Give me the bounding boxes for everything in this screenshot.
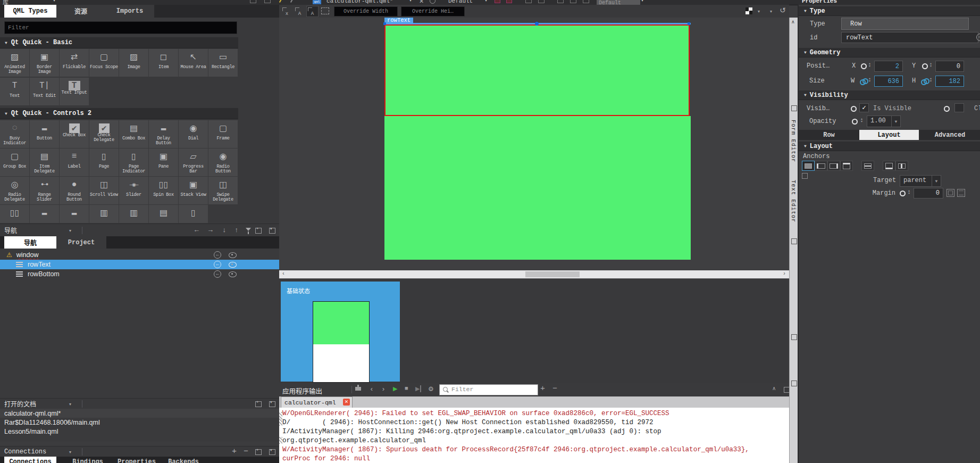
export-alias-icon[interactable]: ← (214, 251, 221, 259)
tab-resources[interactable]: 资源 (56, 5, 105, 18)
anchor-bottom-button[interactable] (883, 161, 895, 171)
tab-project[interactable]: Project (56, 236, 106, 249)
library-item-tile[interactable]: ✔ Check Delegate (89, 120, 119, 148)
section-header-geometry[interactable]: ▼ Geometry (799, 48, 980, 57)
section-header-visibility[interactable]: ▼ Visibility (799, 90, 980, 100)
output-tab-calculator-qml[interactable]: calculator-qml ✕ (281, 396, 353, 408)
text-editor-tab[interactable]: Text Editor (790, 180, 797, 222)
prev-output-icon[interactable]: ‹ (370, 385, 374, 393)
library-item-tile[interactable]: ◻ Item (149, 49, 179, 77)
library-item-tile[interactable]: ▯ Page Indicator (119, 148, 149, 177)
opacity-action-indicator-icon[interactable] (852, 119, 858, 125)
panel-options-icon[interactable]: ▾ (269, 401, 275, 407)
library-item-tile[interactable]: ●─● Range Slider (30, 177, 60, 205)
tab-navigator[interactable]: 导航 (4, 236, 56, 249)
split-add-icon[interactable]: + (255, 449, 262, 455)
state-combo-caret-icon[interactable]: ▾ (485, 0, 487, 3)
library-item-tile[interactable]: ◉ Radio Button (208, 148, 238, 177)
open-document-item[interactable]: calculator-qml.qml* (0, 409, 279, 418)
edit-tool-icon[interactable] (279, 0, 282, 3)
clear-output-icon[interactable] (355, 387, 361, 391)
move-down-icon[interactable]: ↓ (222, 226, 227, 234)
margin-action-indicator-icon[interactable] (900, 191, 906, 196)
library-filter-input[interactable]: Filter (4, 21, 237, 34)
panel-options-icon[interactable]: ▾ (269, 449, 275, 455)
navigator-caret-icon[interactable]: ▾ (69, 228, 71, 233)
annotation-icon[interactable] (430, 0, 435, 4)
h-binding-link-icon[interactable] (921, 79, 927, 85)
stack-icon[interactable] (538, 0, 545, 3)
library-item-tile[interactable]: ▤ Item Delegate (30, 148, 60, 177)
tab-advanced[interactable]: Advanced (919, 130, 980, 140)
x-action-indicator-icon[interactable] (861, 63, 867, 69)
stop-icon[interactable]: ■ (405, 385, 408, 392)
library-item-tile[interactable]: ▬ Delay Button (149, 120, 179, 148)
zoom-caret-icon[interactable]: ▾ (770, 9, 772, 14)
anchor-fill-button[interactable] (802, 161, 815, 171)
output-filter-box[interactable]: Filter (439, 384, 538, 395)
tab-qml-types[interactable]: QML Types (4, 5, 56, 18)
library-item-tile[interactable]: ▥ (89, 205, 119, 223)
scrollbar-thumb[interactable] (525, 271, 580, 277)
form-editor-tab[interactable]: Form Editor (790, 120, 797, 162)
snap-toggle-icon[interactable] (495, 0, 500, 3)
visible-action-indicator-icon[interactable] (851, 106, 857, 112)
panel-split-icon[interactable] (250, 0, 256, 3)
library-item-tile[interactable]: ▢ Group Box (0, 148, 30, 177)
tab-connections[interactable]: Connections (4, 457, 56, 463)
tab-layout[interactable]: Layout (859, 130, 919, 140)
document-combo[interactable]: calculator-qml.qml* (326, 0, 393, 4)
run-icon[interactable]: ▶ (393, 385, 397, 392)
anchor-right-button[interactable] (827, 161, 840, 171)
selection-handle-topleft[interactable] (383, 22, 386, 25)
library-item-tile[interactable]: ▬ (30, 205, 60, 223)
clip-checkbox[interactable] (954, 103, 964, 112)
library-panel-caret-icon[interactable]: ▾ (53, 0, 55, 3)
filter-icon[interactable] (246, 228, 251, 231)
background-caret-icon[interactable]: ▾ (758, 9, 760, 14)
open-document-item[interactable]: Lesson5/main.qml (0, 427, 279, 436)
library-item-tile[interactable]: ◎ Radio Delegate (0, 177, 30, 205)
library-item-tile[interactable]: ↖ Mouse Area (179, 49, 208, 77)
library-item-tile[interactable]: ▤ (149, 205, 179, 223)
visibility-eye-icon[interactable] (229, 252, 237, 258)
y-spinner[interactable]: ▴▾ (930, 62, 932, 68)
library-item-tile[interactable]: ▯ Page (89, 148, 119, 177)
margin-anchor-icon[interactable] (947, 189, 954, 197)
tree-row-rowbottom[interactable]: rowBottom ← (0, 269, 279, 279)
library-item-tile[interactable]: T Text Input (60, 78, 89, 106)
document-combo-caret-icon[interactable]: ▾ (409, 0, 412, 3)
library-item-tile[interactable]: ◫ Swipe Delegate (208, 177, 238, 205)
section-header-layout[interactable]: ▼ Layout (799, 142, 980, 151)
y-action-indicator-icon[interactable] (922, 63, 928, 69)
connections-caret-icon[interactable]: ▾ (69, 450, 71, 454)
id-value-field[interactable]: rowText (841, 32, 978, 43)
library-item-tile[interactable]: ▣ Border Image (30, 49, 60, 77)
library-item-tile[interactable]: ▭ Rectangle (208, 49, 238, 77)
y-value-field[interactable]: 0 (935, 61, 964, 72)
library-item-tile[interactable]: ▱ Progress Bar (179, 148, 208, 177)
panel-dock-icon[interactable] (791, 381, 797, 386)
export-alias-icon[interactable]: ← (214, 261, 221, 268)
section-header-qt-quick-basic[interactable]: ▼ Qt Quick - Basic (0, 37, 238, 48)
bounds-toggle-icon[interactable] (506, 0, 512, 3)
library-item-tile[interactable]: ▣ Stack View (179, 177, 208, 205)
library-item-tile[interactable]: ▨ Image (119, 49, 149, 77)
library-item-tile[interactable]: ▤ Combo Box (119, 120, 149, 148)
id-export-icon[interactable]: ← (976, 34, 980, 41)
app-output-console[interactable]: W/OpenGLRenderer( 2946): Failed to set E… (279, 408, 789, 463)
library-item-tile[interactable]: ⇄ Flickable (60, 49, 89, 77)
x-spinner[interactable]: ▴▾ (869, 62, 870, 68)
w-spinner[interactable]: ▴▾ (869, 77, 870, 82)
library-item-tile[interactable]: ▨ Animated Image (0, 49, 30, 77)
export-alias-icon[interactable]: ← (214, 270, 221, 278)
collapse-strip-icon[interactable]: ∧ (791, 19, 795, 25)
canvas-horizontal-scrollbar[interactable]: ‹ › (279, 270, 789, 278)
anchor-horizontal-center-button[interactable] (895, 161, 908, 171)
tree-row-rowtext[interactable]: rowText ← (0, 260, 279, 269)
section-header-qt-quick-controls2[interactable]: ▼ Qt Quick - Controls 2 (0, 108, 238, 119)
scroll-left-icon[interactable]: ‹ (282, 271, 285, 277)
columns-icon[interactable] (583, 0, 589, 3)
tab-properties[interactable]: Properties (113, 457, 161, 463)
panel-options-icon[interactable]: ▾ (269, 228, 275, 234)
